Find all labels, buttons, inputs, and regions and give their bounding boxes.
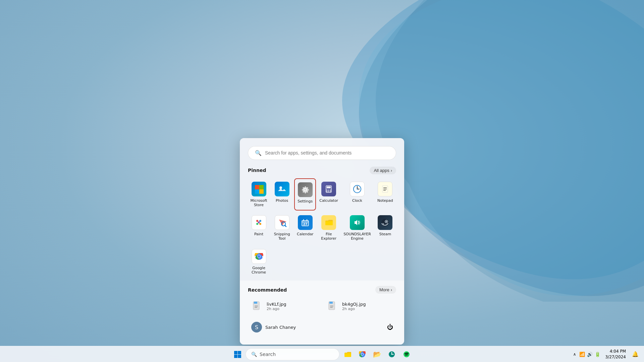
photos-label: Photos (276, 198, 288, 203)
svg-rect-50 (330, 307, 333, 308)
start-button[interactable] (231, 348, 244, 361)
start-search-input[interactable] (265, 150, 389, 156)
svg-rect-44 (255, 306, 258, 306)
settings-label: Settings (298, 199, 313, 203)
pinned-app-grid: Microsoft Store Photos (248, 178, 396, 278)
app-soundslayer[interactable]: SOUNDSLAYER Engine (341, 212, 373, 244)
clock-icon (350, 182, 365, 196)
app-calculator[interactable]: Calculator (317, 178, 340, 210)
search-icon: 🔍 (251, 352, 257, 357)
svg-rect-43 (254, 302, 257, 304)
taskbar-right: ∧ 📶 🔊 🔋 4:04 PM 3/27/2024 🔔 (572, 348, 640, 361)
clock-display[interactable]: 4:04 PM 3/27/2024 (603, 348, 628, 361)
microsoft-store-icon (252, 182, 266, 196)
snipping-tool-label: Snipping Tool (273, 232, 291, 241)
svg-rect-0 (255, 185, 259, 189)
svg-rect-3 (259, 189, 264, 194)
svg-rect-53 (234, 355, 237, 358)
power-icon: ⏻ (387, 324, 393, 331)
svg-point-17 (357, 188, 358, 189)
svg-rect-52 (238, 351, 241, 354)
app-steam[interactable]: Steam (374, 212, 396, 244)
paint-label: Paint (254, 232, 263, 236)
more-button[interactable]: More › (375, 286, 396, 294)
battery-icon: 🔋 (595, 352, 600, 357)
app-microsoft-store[interactable]: Microsoft Store (248, 178, 270, 210)
pinned-title: Pinned (248, 168, 266, 173)
taskbar-app1[interactable] (385, 348, 398, 361)
svg-rect-48 (329, 302, 333, 304)
user-profile[interactable]: S Sarah Chaney (248, 320, 299, 335)
svg-point-11 (328, 191, 329, 192)
recommended-title: Recommended (248, 287, 287, 293)
svg-rect-51 (234, 351, 237, 354)
svg-point-7 (327, 189, 328, 190)
file-icon-1 (252, 301, 263, 312)
rec-item-1-time: 2h ago (267, 307, 317, 311)
svg-point-26 (258, 222, 260, 224)
photos-icon (275, 182, 289, 196)
svg-point-9 (330, 189, 331, 190)
all-apps-button[interactable]: All apps › (370, 167, 396, 174)
svg-point-22 (256, 220, 258, 222)
calendar-label: Calendar (297, 232, 313, 236)
network-icon[interactable]: 📶 (579, 352, 585, 357)
app-photos[interactable]: Photos (271, 178, 293, 210)
taskbar-spotify[interactable] (400, 348, 413, 361)
svg-point-25 (259, 223, 261, 225)
taskbar: 🔍 Search (0, 346, 644, 362)
app-settings[interactable]: Settings (294, 178, 316, 210)
taskbar-search[interactable]: 🔍 Search (246, 348, 339, 360)
recommended-grid: livKLf.jpg 2h ago (248, 298, 396, 315)
search-icon: 🔍 (255, 150, 262, 156)
pinned-header: Pinned All apps › (248, 167, 396, 174)
volume-icon[interactable]: 🔊 (587, 352, 593, 357)
recommended-item-1[interactable]: livKLf.jpg 2h ago (248, 298, 321, 315)
clock-time: 4:04 PM (605, 349, 626, 354)
microsoft-store-label: Microsoft Store (250, 198, 268, 207)
chevron-up-icon[interactable]: ∧ (572, 351, 578, 358)
calculator-label: Calculator (319, 198, 338, 203)
recommended-section: Recommended More › (240, 281, 404, 345)
app-calendar[interactable]: 27 Calendar (294, 212, 316, 244)
svg-point-24 (256, 223, 258, 225)
svg-rect-45 (255, 307, 257, 308)
app-paint[interactable]: Paint (248, 212, 270, 244)
svg-rect-1 (259, 185, 264, 189)
app-snipping-tool[interactable]: Snipping Tool (271, 212, 293, 244)
app-clock[interactable]: Clock (341, 178, 373, 210)
svg-point-57 (361, 353, 363, 355)
start-menu: 🔍 Pinned All apps › (240, 138, 404, 345)
notification-icon[interactable]: 🔔 (631, 350, 640, 359)
recommended-header: Recommended More › (248, 286, 396, 294)
file-explorer-icon (321, 215, 336, 230)
svg-rect-49 (330, 306, 333, 306)
user-bar: S Sarah Chaney ⏻ (248, 315, 396, 339)
power-button[interactable]: ⏻ (384, 321, 396, 333)
app-notepad[interactable]: Notepad (374, 178, 396, 210)
user-name: Sarah Chaney (265, 325, 296, 330)
recommended-item-2[interactable]: bk4gOj.jpg 2h ago (323, 298, 396, 315)
app-google-chrome[interactable]: Google Chrome (248, 246, 270, 278)
svg-point-10 (327, 191, 328, 192)
svg-point-8 (328, 189, 329, 190)
taskbar-chrome[interactable] (356, 348, 369, 361)
steam-label: Steam (379, 232, 391, 236)
start-search-bar[interactable]: 🔍 (248, 146, 396, 160)
snipping-tool-icon (275, 215, 289, 230)
svg-point-12 (330, 191, 331, 192)
svg-point-40 (258, 255, 260, 258)
chevron-right-icon: › (391, 287, 392, 292)
svg-rect-54 (238, 355, 241, 358)
app-file-explorer[interactable]: File Explorer (317, 212, 340, 244)
rec-item-1-info: livKLf.jpg 2h ago (267, 302, 317, 311)
svg-point-37 (386, 221, 387, 222)
taskbar-file-explorer[interactable] (341, 348, 354, 361)
svg-point-23 (259, 220, 261, 222)
settings-icon (298, 182, 313, 197)
calendar-icon: 27 (298, 215, 313, 230)
file-icon-2 (327, 301, 338, 312)
taskbar-folder[interactable]: 📂 (370, 348, 384, 361)
calculator-icon (321, 182, 336, 196)
notepad-label: Notepad (377, 198, 393, 203)
